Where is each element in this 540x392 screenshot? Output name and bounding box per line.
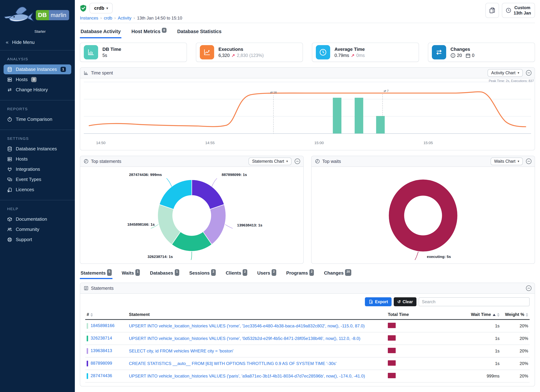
tab-database-statistics[interactable]: Database Statistics [176, 27, 222, 38]
tab-count-badge: 2 [243, 269, 247, 276]
collapse-panel-button[interactable] [526, 70, 532, 76]
tab-label: Database Activity [80, 29, 121, 34]
export-button[interactable]: Export [365, 297, 392, 306]
sidebar-item-support[interactable]: Support [4, 235, 71, 244]
collapse-panel-button[interactable] [294, 158, 300, 164]
column-header-total-time[interactable]: Total Time [386, 310, 426, 319]
time-spent-card: Time spent Activity Chart ▾ Peak Time: 2… [80, 67, 535, 150]
time-range-button[interactable]: Custom 13th Jan [502, 3, 535, 18]
statements-chart-selector[interactable]: Statements Chart ▾ [249, 158, 291, 165]
statement-link[interactable]: UPSERT INTO vehicle_location_histories V… [129, 323, 365, 328]
tab-statements[interactable]: Statements 5 [80, 270, 112, 279]
tab-clients[interactable]: Clients 2 [225, 270, 248, 279]
statement-id-link[interactable]: 326238714 [91, 336, 112, 340]
column-header-weight[interactable]: Weight % [501, 310, 530, 319]
statement-link[interactable]: UPSERT INTO vehicle_location_histories V… [129, 374, 365, 378]
table-row: 139638413 SELECT city, id FROM vehicles … [85, 345, 530, 357]
tab-changes[interactable]: Changes 20 [323, 270, 352, 279]
wait-time-cell: 1s [426, 357, 501, 370]
slice-label-139638413: 139638413: 1s [237, 223, 262, 227]
instance-selector[interactable]: crdb ▾ [90, 3, 113, 13]
server-icon [7, 77, 12, 82]
tab-databases[interactable]: Databases 1 [149, 270, 180, 279]
tab-label: Database Statistics [177, 29, 222, 34]
health-shield-icon [80, 5, 87, 12]
pie-chart-icon [315, 159, 320, 164]
column-header-wait-time[interactable]: Wait Time [426, 310, 501, 319]
weight-cell: 20% [501, 319, 530, 332]
total-time-bar [388, 323, 396, 328]
collapse-panel-button[interactable] [526, 158, 532, 164]
breadcrumb-instances[interactable]: Instances [80, 15, 98, 20]
change-annotation[interactable]: ⇄ 16 [270, 91, 277, 94]
statement-link[interactable]: SELECT city, id FROM vehicles WHERE city… [129, 348, 234, 353]
time-range-mode: Custom [514, 5, 531, 10]
tab-programs[interactable]: Programs 2 [285, 270, 315, 279]
clear-label: Clear [402, 299, 413, 304]
sidebar-item-event-types[interactable]: Event Types [4, 174, 71, 184]
waits-chart-selector[interactable]: Waits Chart ▾ [490, 158, 523, 165]
breadcrumb-crdb[interactable]: crdb [104, 15, 112, 20]
sidebar-item-hosts[interactable]: Hosts 0 [4, 75, 71, 84]
nav-section-settings: SETTINGS Database Instances Hosts Integr… [0, 129, 75, 196]
search-input[interactable] [419, 297, 530, 306]
activity-chart-selector[interactable]: Activity Chart ▾ [488, 69, 523, 77]
tab-users[interactable]: Users 2 [257, 270, 277, 279]
statement-id-link[interactable]: 287474436 [91, 373, 112, 378]
statement-id-link[interactable]: 139638413 [91, 348, 112, 353]
column-header-statement[interactable]: Statement [127, 310, 386, 319]
statements-panel: Statements Export ↺ Clear [80, 283, 535, 387]
sort-up-icon [493, 314, 496, 316]
bar-chart-icon [84, 45, 98, 60]
tab-host-metrics[interactable]: Host Metrics 0 [131, 27, 167, 38]
sidebar-item-label: Time Comparison [16, 117, 52, 122]
kpi-value: 5s [102, 53, 107, 58]
column-header-num[interactable]: # [85, 310, 127, 319]
time-spent-chart[interactable]: Peak Time: 2s, Executions: 837 ⇄ [80, 78, 535, 150]
sidebar-item-community[interactable]: Community [4, 224, 71, 234]
tab-waits[interactable]: Waits 1 [121, 270, 141, 279]
hide-menu-button[interactable]: « Hide Menu [0, 34, 75, 50]
sidebar-item-documentation[interactable]: Documentation [4, 214, 71, 224]
slice-label-287474436: 287474436: 999ms [95, 173, 162, 177]
collapse-icon: « [6, 39, 9, 45]
clear-button[interactable]: ↺ Clear [394, 297, 416, 306]
statement-link[interactable]: UPSERT INTO vehicle_location_histories V… [129, 336, 360, 341]
sidebar-item-integrations[interactable]: Integrations [4, 164, 71, 174]
change-annotation[interactable]: ⇄ 7 [384, 89, 389, 93]
change-icon: ⇄ [384, 89, 386, 93]
tab-database-activity[interactable]: Database Activity [80, 27, 121, 38]
waits-donut [380, 170, 466, 261]
sidebar-item-time-comparison[interactable]: Time Comparison [4, 114, 71, 124]
weight-cell: 20% [501, 370, 530, 382]
collapse-panel-button[interactable] [526, 285, 532, 291]
sidebar-item-database-instances-settings[interactable]: Database Instances [4, 144, 71, 154]
changes-info-count: 20 [457, 53, 462, 58]
instance-name: crdb [94, 5, 104, 11]
waits-donut-chart[interactable]: executing: 5s [311, 167, 535, 263]
statements-donut-chart[interactable]: 287474436: 999ms 887898099: 1s 184589816… [80, 167, 303, 263]
copy-link-button[interactable] [485, 3, 499, 18]
statement-link[interactable]: CREATE STATISTICS __auto__ FROM [63] WIT… [129, 361, 336, 366]
sidebar-item-database-instances[interactable]: Database Instances 1 [4, 65, 71, 74]
breadcrumb-activity[interactable]: Activity [118, 15, 131, 20]
statement-id-link[interactable]: 887898099 [91, 361, 112, 366]
card-title: Statements [91, 286, 114, 291]
statements-donut [149, 170, 235, 261]
line-chart-icon [200, 45, 214, 60]
kpi-value: 6,320 [218, 53, 230, 58]
chart-icon [84, 70, 88, 75]
statement-id-link[interactable]: 1845898166 [91, 323, 115, 328]
selector-label: Waits Chart [494, 159, 515, 164]
kpi-executions: Executions 6,320 ↗ 2,830 (123%) [196, 43, 303, 62]
sidebar-item-hosts-settings[interactable]: Hosts [4, 154, 71, 164]
documentation-icon [7, 217, 12, 222]
sidebar-item-label: Hosts [16, 156, 28, 162]
table-row: 1845898166 UPSERT INTO vehicle_location_… [85, 319, 530, 332]
sidebar-item-licences[interactable]: Licences [4, 185, 71, 194]
sidebar-item-change-history[interactable]: ⇄ Change History [4, 85, 71, 95]
tab-sessions[interactable]: Sessions 2 [189, 270, 216, 279]
sidebar-item-label: Licences [16, 187, 34, 192]
export-icon [369, 299, 373, 304]
breadcrumb-separator: › [134, 16, 135, 20]
